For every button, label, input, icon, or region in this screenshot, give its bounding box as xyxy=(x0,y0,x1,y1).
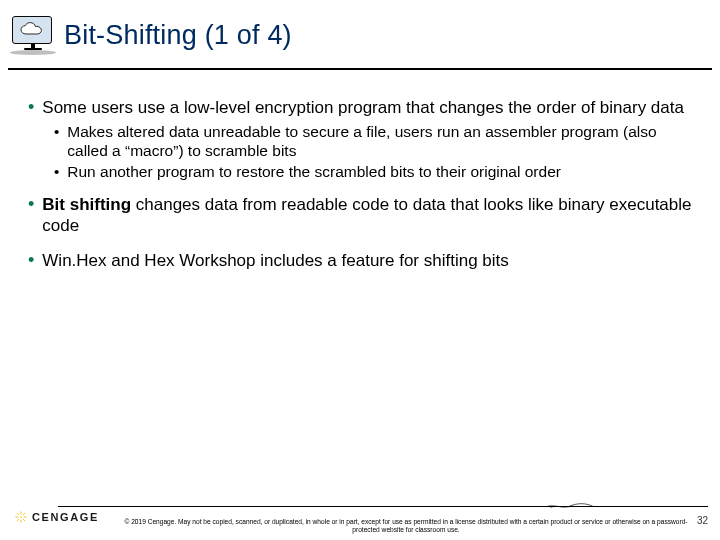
slide-body: • Some users use a low-level encryption … xyxy=(28,98,696,276)
bold-term: Bit shifting xyxy=(42,195,131,214)
monitor-stand-icon xyxy=(24,44,42,50)
bullet-text: Makes altered data unreadable to secure … xyxy=(67,123,696,161)
bullet-level2: • Makes altered data unreadable to secur… xyxy=(54,123,696,161)
slide-footer: CENGAGE © 2019 Cengage. May not be copie… xyxy=(0,492,720,540)
page-number: 32 xyxy=(697,515,708,526)
brand-name: CENGAGE xyxy=(32,511,99,523)
footer-flourish-icon xyxy=(540,502,600,510)
bullet-level2: • Run another program to restore the scr… xyxy=(54,163,696,182)
svg-line-6 xyxy=(23,519,24,520)
bullet-dot-icon: • xyxy=(54,163,59,182)
slide-header: Bit-Shifting (1 of 4) xyxy=(8,14,712,70)
slide-title: Bit-Shifting (1 of 4) xyxy=(64,20,292,51)
svg-point-0 xyxy=(20,516,22,518)
icon-shadow xyxy=(10,50,56,55)
bullet-text: Win.Hex and Hex Workshop includes a feat… xyxy=(42,251,508,272)
cloud-monitor-icon xyxy=(12,16,52,44)
header-icon xyxy=(10,16,54,52)
svg-line-7 xyxy=(17,519,18,520)
footer-rule-line xyxy=(58,506,708,507)
bullet-dot-icon: • xyxy=(28,251,34,272)
copyright-text: © 2019 Cengage. May not be copied, scann… xyxy=(120,518,692,534)
footer-rule xyxy=(58,502,708,508)
bullet-dot-icon: • xyxy=(54,123,59,161)
bullet-sub-group: • Makes altered data unreadable to secur… xyxy=(54,123,696,182)
svg-line-8 xyxy=(23,513,24,514)
bullet-text-rest: changes data from readable code to data … xyxy=(42,195,691,235)
bullet-dot-icon: • xyxy=(28,195,34,236)
slide: Bit-Shifting (1 of 4) • Some users use a… xyxy=(0,0,720,540)
brand-logo: CENGAGE xyxy=(14,510,99,524)
bullet-level1: • Some users use a low-level encryption … xyxy=(28,98,696,119)
bullet-level1: • Bit shifting changes data from readabl… xyxy=(28,195,696,236)
bullet-text: Run another program to restore the scram… xyxy=(67,163,561,182)
star-icon xyxy=(14,510,28,524)
bullet-level1: • Win.Hex and Hex Workshop includes a fe… xyxy=(28,251,696,272)
bullet-text: Some users use a low-level encryption pr… xyxy=(42,98,684,119)
bullet-dot-icon: • xyxy=(28,98,34,119)
spacer xyxy=(28,241,696,251)
bullet-text: Bit shifting changes data from readable … xyxy=(42,195,696,236)
svg-line-5 xyxy=(17,513,18,514)
